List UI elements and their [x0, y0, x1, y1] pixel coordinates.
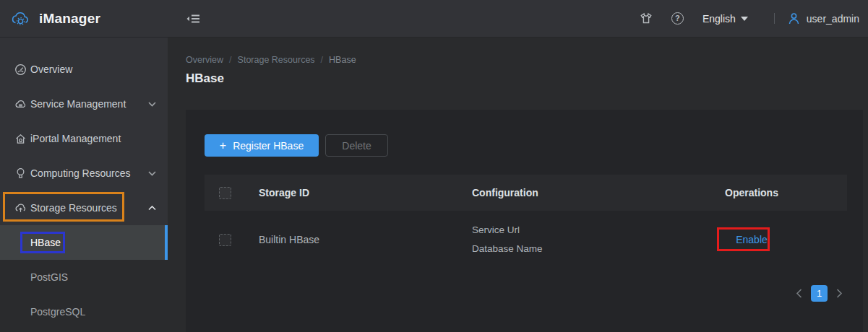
- column-header-configuration: Configuration: [472, 187, 656, 198]
- next-page-icon[interactable]: [836, 289, 843, 298]
- sidebar-item-label: Overview: [30, 64, 72, 75]
- storage-table: Storage ID Configuration Operations Buil…: [205, 175, 847, 268]
- breadcrumb-separator: /: [321, 55, 323, 65]
- help-icon[interactable]: ?: [671, 12, 684, 25]
- cloud-service-icon: [14, 98, 27, 110]
- language-label: English: [702, 13, 736, 25]
- logo-area: iManager: [0, 0, 168, 37]
- cloud-upload-icon: [14, 202, 27, 214]
- row-checkbox[interactable]: [219, 234, 231, 246]
- configuration-database-name-label: Database Name: [472, 240, 656, 258]
- enable-link[interactable]: Enable: [736, 234, 768, 245]
- page-title: HBase: [186, 71, 224, 86]
- chevron-up-icon: [148, 206, 156, 211]
- configuration-cell: Service Url Database Name: [472, 221, 656, 258]
- top-bar-right-cluster: ? English user_admin: [640, 12, 859, 25]
- user-icon: [788, 12, 800, 25]
- sidebar-item-computing-resources[interactable]: Computing Resources: [0, 156, 168, 191]
- sidebar-item-service-management[interactable]: Service Management: [0, 87, 168, 121]
- page-number-button[interactable]: 1: [811, 285, 828, 302]
- sidebar-item-hbase[interactable]: HBase: [0, 225, 168, 260]
- sidebar-item-storage-resources[interactable]: Storage Resources: [0, 191, 168, 225]
- sidebar-nav: Overview Service Management: [0, 38, 168, 332]
- storage-id-cell: Builtin HBase: [259, 234, 472, 245]
- prev-page-icon[interactable]: [796, 289, 802, 298]
- sidebar-item-label: Computing Resources: [30, 167, 131, 179]
- chevron-down-icon: [148, 171, 156, 176]
- cloud-gear-logo-icon: [11, 11, 30, 27]
- username: user_admin: [807, 13, 859, 25]
- column-header-operations: Operations: [656, 187, 847, 198]
- gauge-icon: [14, 64, 27, 76]
- imanager-app-window: iManager ? English: [0, 0, 868, 332]
- breadcrumb-storage-resources[interactable]: Storage Resources: [238, 55, 315, 65]
- content-panel: + Register HBase Delete Storage ID Confi…: [186, 110, 863, 332]
- sidebar-item-label: Service Management: [30, 98, 126, 110]
- storage-resources-submenu: HBase PostGIS PostgreSQL: [0, 225, 168, 332]
- collapse-sidebar-icon[interactable]: [186, 12, 200, 25]
- row-checkbox-cell: [205, 234, 259, 246]
- register-hbase-button[interactable]: + Register HBase: [205, 134, 319, 157]
- chevron-down-icon: [148, 102, 156, 107]
- home-icon: [14, 133, 27, 145]
- table-row: Builtin HBase Service Url Database Name …: [205, 211, 847, 268]
- sidebar-item-postgresql[interactable]: PostgreSQL: [0, 294, 168, 329]
- top-bar-main: ? English user_admin: [168, 0, 868, 37]
- balloon-icon: [14, 167, 27, 180]
- column-header-storage-id: Storage ID: [259, 187, 472, 198]
- sidebar-item-overview[interactable]: Overview: [0, 52, 168, 87]
- pagination: 1: [796, 285, 843, 302]
- submenu-item-label: PostGIS: [30, 271, 68, 283]
- table-header-row: Storage ID Configuration Operations: [205, 175, 847, 211]
- sidebar-item-label: Storage Resources: [30, 202, 117, 214]
- sidebar-menu: Overview Service Management: [0, 38, 168, 225]
- breadcrumb-separator: /: [229, 55, 231, 65]
- breadcrumb-overview[interactable]: Overview: [186, 55, 223, 65]
- submenu-item-label: HBase: [30, 237, 61, 248]
- language-selector[interactable]: English: [702, 13, 748, 25]
- user-menu[interactable]: user_admin: [788, 12, 859, 25]
- breadcrumb-current: HBase: [329, 55, 356, 65]
- sidebar-item-label: iPortal Management: [30, 133, 121, 144]
- configuration-service-url-label: Service Url: [472, 221, 656, 240]
- breadcrumb: Overview / Storage Resources / HBase: [186, 55, 356, 65]
- top-bar: iManager ? English: [0, 0, 868, 38]
- register-hbase-label: Register HBase: [233, 140, 304, 152]
- sidebar-item-iportal-management[interactable]: iPortal Management: [0, 121, 168, 156]
- chevron-down-icon: [741, 17, 748, 21]
- header-checkbox-cell: [205, 187, 259, 199]
- main-content: Overview / Storage Resources / HBase HBa…: [168, 38, 868, 332]
- select-all-checkbox[interactable]: [219, 187, 231, 199]
- theme-shirt-icon[interactable]: [640, 12, 653, 25]
- plus-icon: +: [220, 140, 226, 152]
- topbar-divider: [774, 13, 775, 24]
- app-title: iManager: [39, 11, 100, 27]
- operations-cell: Enable: [656, 234, 847, 245]
- submenu-item-label: PostgreSQL: [30, 306, 85, 318]
- delete-button[interactable]: Delete: [325, 134, 388, 157]
- help-glyph: ?: [671, 12, 684, 25]
- sidebar-item-postgis[interactable]: PostGIS: [0, 260, 168, 294]
